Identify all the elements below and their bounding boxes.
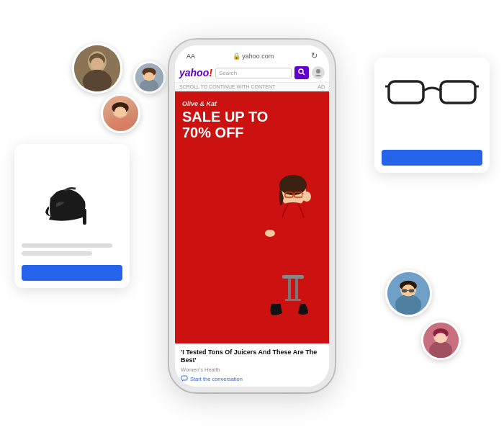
product-card-glasses [374, 58, 490, 173]
status-bar: AA 🔒 yahoo.com ↻ [175, 45, 329, 63]
card-details [22, 243, 122, 259]
svg-rect-48 [181, 376, 187, 380]
search-button[interactable] [294, 66, 309, 79]
user-profile-icon[interactable] [312, 66, 325, 79]
card-line-2 [22, 251, 92, 256]
article-action-link[interactable]: Start the conversation [181, 375, 323, 382]
scene: AA 🔒 yahoo.com ↻ yahoo! Search [0, 0, 504, 432]
svg-point-33 [299, 69, 303, 73]
svg-point-43 [302, 192, 311, 202]
svg-rect-21 [409, 289, 414, 293]
svg-rect-41 [289, 204, 297, 210]
scroll-notice-bar: SCROLL TO CONTINUE WITH CONTENT AD [175, 83, 329, 91]
svg-point-18 [395, 294, 421, 315]
svg-rect-46 [295, 279, 298, 300]
ad-banner[interactable]: Olive & Kat SALE UP TO 70% OFF [175, 91, 329, 343]
svg-point-4 [91, 58, 104, 69]
avatar [133, 61, 166, 94]
glasses-image [385, 65, 479, 122]
svg-point-26 [429, 341, 452, 359]
yahoo-logo: yahoo! [179, 67, 212, 78]
svg-point-14 [144, 72, 154, 81]
avatar [421, 320, 461, 360]
avatar [385, 270, 432, 317]
refresh-icon[interactable]: ↻ [311, 51, 318, 60]
article-source: Women's Health [181, 366, 323, 373]
card-cta-button[interactable] [22, 265, 122, 281]
svg-point-42 [265, 230, 275, 237]
svg-line-34 [303, 73, 305, 76]
yahoo-header: yahoo! Search [175, 63, 329, 83]
comment-icon [181, 375, 188, 382]
svg-rect-45 [288, 279, 291, 300]
svg-point-9 [114, 107, 126, 117]
svg-rect-44 [282, 275, 304, 279]
search-input[interactable]: Search [215, 68, 292, 78]
ad-headline: SALE UP TO 70% OFF [182, 109, 268, 140]
article-title: 'I Tested Tons Of Juicers And These Are … [181, 348, 323, 365]
card-cta-button[interactable] [382, 150, 482, 166]
phone-mockup: AA 🔒 yahoo.com ↻ yahoo! Search [169, 40, 335, 392]
avatar [101, 94, 140, 133]
svg-rect-29 [389, 81, 423, 103]
avatar [72, 43, 122, 94]
product-card-shoe [14, 144, 130, 288]
svg-rect-30 [441, 81, 475, 103]
lock-icon: 🔒 [233, 53, 240, 60]
url-display: 🔒 yahoo.com [233, 53, 274, 60]
svg-point-37 [279, 175, 307, 195]
article-section[interactable]: 'I Tested Tons Of Juicers And These Are … [175, 343, 329, 387]
shoe-image [22, 151, 122, 238]
svg-point-13 [140, 79, 158, 94]
svg-point-3 [83, 70, 112, 94]
glasses-icon [385, 71, 479, 117]
ad-brand-name: Olive & Kat [182, 100, 217, 107]
card-line-1 [22, 243, 112, 248]
phone-screen: AA 🔒 yahoo.com ↻ yahoo! Search [175, 45, 329, 387]
svg-rect-47 [285, 299, 301, 301]
svg-point-35 [316, 69, 320, 73]
svg-point-27 [435, 333, 446, 343]
svg-rect-20 [402, 289, 407, 293]
font-size-control[interactable]: AA [186, 53, 195, 60]
shoe-icon [40, 162, 104, 227]
